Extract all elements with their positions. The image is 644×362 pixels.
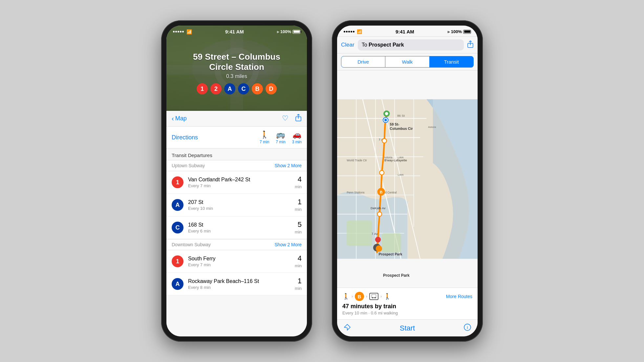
- info-button[interactable]: i: [464, 324, 471, 332]
- route-icons-row: 🚶 › B › › 🚶 More Routes: [342, 292, 472, 301]
- transit-item-a-uptown[interactable]: A 207 St Every 10 min 1 min: [166, 194, 307, 216]
- tab-drive[interactable]: Drive: [341, 56, 385, 68]
- map-svg: 86 St Penn Stations Grand Central World …: [337, 70, 478, 288]
- heart-button[interactable]: ♡: [282, 114, 289, 123]
- transit-item-1-downtown[interactable]: 1 South Ferry Every 7 min 4 min: [166, 250, 307, 273]
- bus-icon: 🚌: [276, 131, 285, 139]
- line-badge-c: C: [172, 222, 183, 233]
- downtown-header: Downtown Subway Show 2 More: [166, 239, 307, 250]
- current-location-button[interactable]: [344, 324, 351, 332]
- svg-text:LIRR: LIRR: [398, 173, 404, 176]
- phones-container: 📶 9:41 AM ▹ 100% 59 Street – Columbus: [161, 20, 483, 342]
- chevron-left-icon: ‹: [172, 115, 174, 122]
- time-phone1: 9:41 AM: [225, 29, 244, 34]
- aerial-photo: 📶 9:41 AM ▹ 100% 59 Street – Columbus: [166, 26, 307, 111]
- svg-text:Prospect Park: Prospect Park: [378, 252, 402, 256]
- transit-info-1: Van Cortlandt Park–242 St Every 7 min: [188, 177, 290, 188]
- transit-time-block-c: 5 min: [295, 220, 302, 235]
- svg-point-43: [382, 138, 387, 143]
- share-button-p2[interactable]: [467, 41, 474, 49]
- svg-point-40: [385, 112, 388, 115]
- transit-time-unit-a-down: min: [295, 286, 302, 291]
- transit-freq-a: Every 10 min: [188, 206, 290, 211]
- transit-dest-1: Van Cortlandt Park–242 St: [188, 177, 290, 183]
- line-d[interactable]: D: [266, 83, 277, 94]
- line-badge-a: A: [172, 199, 183, 211]
- tab-walk[interactable]: Walk: [385, 56, 429, 68]
- station-name: 59 Street – Columbus Circle Station: [193, 52, 280, 72]
- destination-text: Prospect Park: [369, 42, 404, 48]
- svg-point-47: [377, 212, 382, 216]
- wifi-p2-icon: 📶: [357, 29, 362, 34]
- line-2[interactable]: 2: [210, 83, 222, 94]
- subway-lines: 1 2 A C B D: [197, 83, 277, 94]
- signal-dots: [173, 31, 184, 32]
- uptown-label: Uptown Subway: [172, 163, 205, 168]
- walk-mode[interactable]: 🚶 7 min: [260, 131, 269, 144]
- status-right-p2: ▹ 100%: [448, 29, 471, 34]
- transit-dest-a-down: Rockaway Park Beach–116 St: [188, 278, 290, 284]
- svg-rect-22: [347, 220, 372, 246]
- search-bar-row: Clear To Prospect Park: [337, 37, 478, 53]
- transit-time-num-c: 5: [298, 220, 302, 229]
- transit-dest-c: 168 St: [188, 222, 290, 228]
- walk-icon: 🚶: [260, 131, 269, 139]
- uptown-show-more[interactable]: Show 2 More: [275, 163, 302, 168]
- svg-text:59 St-: 59 St-: [390, 122, 400, 126]
- transit-item-c-uptown[interactable]: C 168 St Every 6 min 5 min: [166, 216, 307, 239]
- signal-p2: [344, 31, 354, 32]
- status-bar-phone1: 📶 9:41 AM ▹ 100%: [166, 26, 307, 36]
- start-button[interactable]: Start: [400, 324, 415, 332]
- arrow-icon-3: ›: [380, 294, 382, 299]
- directions-label[interactable]: Directions: [172, 134, 198, 141]
- svg-rect-23: [382, 233, 401, 252]
- transit-time-unit-1: min: [295, 184, 302, 189]
- line-c[interactable]: C: [238, 83, 249, 94]
- destination-field[interactable]: To Prospect Park: [358, 39, 464, 50]
- bottom-nav: Start i: [337, 319, 478, 336]
- wifi-icon: 📶: [186, 29, 192, 34]
- nav-actions: ♡: [282, 114, 302, 123]
- phone2-screen: 📶 9:41 AM ▹ 100% Clear To Prospect Park: [337, 26, 478, 336]
- svg-point-44: [379, 171, 384, 175]
- svg-text:B'way-Lafayette: B'way-Lafayette: [384, 159, 407, 162]
- uptown-header: Uptown Subway Show 2 More: [166, 160, 307, 171]
- battery-pct-phone1: 100%: [280, 29, 291, 34]
- status-right: ▹ 100%: [277, 29, 300, 34]
- svg-text:i: i: [467, 325, 468, 330]
- line-1[interactable]: 1: [197, 83, 208, 94]
- svg-text:86 St: 86 St: [397, 114, 405, 117]
- location-icon: ▹: [277, 30, 279, 34]
- time-phone2: 9:41 AM: [396, 29, 414, 34]
- share-button[interactable]: [295, 114, 302, 123]
- map-area[interactable]: 86 St Penn Stations Grand Central World …: [337, 70, 478, 288]
- transit-dest-a: 207 St: [188, 199, 290, 205]
- transit-item-a-downtown[interactable]: A Rockaway Park Beach–116 St Every 8 min…: [166, 273, 307, 295]
- transit-freq-a-down: Every 8 min: [188, 285, 290, 290]
- b-train-badge: B: [355, 292, 364, 301]
- svg-text:B: B: [380, 190, 382, 194]
- car-mode[interactable]: 🚗 3 min: [292, 131, 302, 144]
- svg-point-52: [372, 297, 373, 298]
- nav-bar: ‹ Map ♡: [166, 111, 307, 127]
- tab-transit[interactable]: Transit: [430, 56, 474, 68]
- train-icon: [369, 293, 378, 300]
- transit-freq-c: Every 6 min: [188, 229, 290, 233]
- line-a[interactable]: A: [224, 83, 235, 94]
- line-b[interactable]: B: [252, 83, 263, 94]
- svg-point-50: [376, 245, 382, 251]
- walk-end-icon: 🚶: [384, 293, 391, 300]
- transit-time-num-1-down: 4: [298, 254, 302, 262]
- svg-text:DeKalb Av: DeKalb Av: [371, 206, 385, 210]
- transit-info-1-down: South Ferry Every 7 min: [188, 256, 290, 267]
- route-detail: Every 10 min · 0.6 mi walking: [342, 311, 472, 315]
- transit-item-1-uptown[interactable]: 1 Van Cortlandt Park–242 St Every 7 min …: [166, 171, 307, 194]
- transit-mode[interactable]: 🚌 7 min: [276, 131, 285, 144]
- svg-text:Astoria: Astoria: [428, 126, 436, 129]
- phone1-screen: 📶 9:41 AM ▹ 100% 59 Street – Columbus: [166, 26, 307, 336]
- downtown-show-more[interactable]: Show 2 More: [275, 242, 302, 247]
- more-routes-link[interactable]: More Routes: [446, 294, 472, 299]
- clear-button[interactable]: Clear: [341, 42, 354, 48]
- svg-text:Columbus Cir: Columbus Cir: [390, 127, 413, 131]
- back-button[interactable]: ‹ Map: [172, 115, 187, 122]
